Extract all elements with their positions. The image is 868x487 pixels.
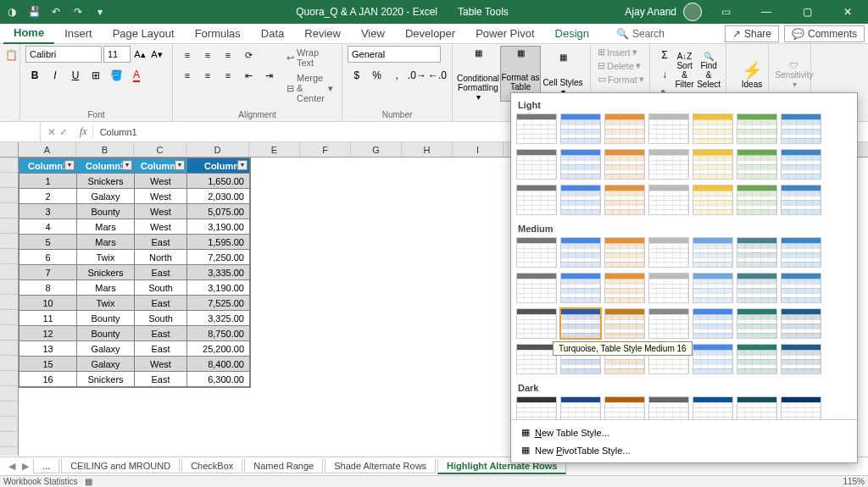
tab-nav-prev[interactable]: ◀ — [5, 461, 19, 472]
table-cell[interactable]: 8 — [19, 280, 77, 296]
column-header[interactable]: G — [351, 142, 402, 157]
table-row[interactable]: 5MarsEast1,595.00 — [19, 235, 250, 250]
merge-center-button[interactable]: ⊟ Merge & Center ▾ — [283, 71, 337, 105]
table-cell[interactable]: South — [135, 280, 187, 296]
font-color-button[interactable]: A — [127, 66, 146, 85]
table-cell[interactable]: West — [135, 204, 187, 219]
table-cell[interactable]: East — [135, 265, 187, 280]
fx-icon[interactable]: fx — [75, 125, 93, 138]
table-style-thumb[interactable] — [604, 149, 645, 180]
tab-developer[interactable]: Developer — [395, 24, 465, 43]
table-style-thumb[interactable] — [516, 185, 557, 215]
table-style-thumb[interactable] — [604, 237, 645, 268]
table-row[interactable]: 13GalaxyEast25,200.00 — [19, 341, 250, 357]
row-header[interactable] — [0, 310, 18, 325]
table-cell[interactable]: Bounty — [77, 204, 135, 219]
table-style-thumb[interactable] — [560, 149, 601, 180]
row-header[interactable] — [0, 264, 18, 279]
table-style-thumb[interactable] — [516, 149, 557, 180]
row-header[interactable] — [0, 447, 18, 456]
row-header[interactable] — [0, 219, 18, 234]
save-icon[interactable]: 💾 — [25, 3, 42, 20]
tab-nav-next[interactable]: ▶ — [19, 461, 32, 472]
table-cell[interactable]: West — [135, 219, 187, 235]
insert-cells-button[interactable]: ⊞ Insert ▾ — [596, 46, 644, 58]
table-cell[interactable]: Mars — [77, 280, 135, 296]
orientation-icon[interactable]: ⟳ — [239, 46, 258, 64]
font-size-select[interactable] — [103, 46, 131, 63]
table-style-thumb[interactable] — [604, 113, 645, 144]
column-header[interactable]: E — [249, 142, 300, 157]
table-style-thumb[interactable] — [737, 308, 777, 339]
table-cell[interactable]: 7 — [19, 265, 77, 280]
table-cell[interactable]: North — [135, 250, 187, 265]
table-cell[interactable]: East — [135, 372, 187, 387]
table-style-thumb[interactable] — [693, 308, 733, 339]
table-cell[interactable]: 5,075.00 — [187, 204, 250, 219]
table-style-thumb[interactable] — [516, 308, 557, 339]
table-style-thumb[interactable] — [560, 237, 601, 268]
table-row[interactable]: 10TwixEast7,525.00 — [19, 296, 250, 311]
table-style-thumb[interactable] — [693, 113, 733, 144]
minimize-icon[interactable]: — — [749, 0, 783, 24]
workbook-stats[interactable]: Workbook Statistics — [3, 477, 78, 486]
table-cell[interactable]: 5 — [19, 235, 77, 250]
table-cell[interactable]: Snickers — [77, 265, 135, 280]
name-box[interactable] — [0, 122, 41, 141]
row-header[interactable] — [0, 249, 18, 264]
table-style-thumb[interactable] — [560, 273, 601, 303]
sheet-tab-more[interactable]: ... — [33, 459, 59, 473]
search-box[interactable]: 🔍 Search — [616, 28, 665, 40]
tab-power-pivot[interactable]: Power Pivot — [465, 24, 544, 43]
row-header[interactable] — [0, 401, 18, 417]
table-style-thumb[interactable] — [737, 273, 777, 303]
tab-design[interactable]: Design — [545, 24, 599, 43]
decrease-font-icon[interactable]: A▾ — [149, 46, 164, 63]
table-style-thumb[interactable] — [560, 113, 601, 144]
table-cell[interactable]: 1,650.00 — [187, 174, 250, 189]
table-style-thumb[interactable] — [781, 237, 821, 268]
align-center-icon[interactable]: ≡ — [198, 66, 217, 85]
increase-font-icon[interactable]: A▴ — [132, 46, 147, 63]
conditional-formatting-button[interactable]: ▦ Conditional Formatting ▾ — [458, 46, 498, 102]
indent-inc-icon[interactable]: ⇥ — [259, 66, 278, 85]
sheet-tab-shade[interactable]: Shade Alternate Rows — [325, 459, 436, 473]
sheet-tab-named-range[interactable]: Named Range — [244, 459, 323, 473]
table-style-thumb[interactable] — [693, 185, 733, 215]
table-cell[interactable]: 12 — [19, 326, 77, 341]
table-row[interactable]: 16SnickersEast6,300.00 — [19, 372, 250, 387]
table-cell[interactable]: Galaxy — [77, 357, 135, 372]
table-cell[interactable]: 13 — [19, 341, 77, 357]
column-header[interactable]: B — [76, 142, 134, 157]
tab-page-layout[interactable]: Page Layout — [103, 24, 185, 43]
comments-button[interactable]: 💬Comments — [784, 25, 865, 42]
table-cell[interactable]: 2,030.00 — [187, 189, 250, 204]
table-cell[interactable]: 4 — [19, 219, 77, 235]
font-name-select[interactable] — [25, 46, 102, 63]
table-cell[interactable]: Twix — [77, 250, 135, 265]
table-style-thumb[interactable] — [781, 273, 821, 303]
wrap-text-button[interactable]: ↩ Wrap Text — [283, 46, 337, 69]
zoom-level[interactable]: 115% — [843, 477, 865, 486]
fill-icon[interactable]: ↓ — [655, 65, 674, 84]
align-bottom-icon[interactable]: ≡ — [219, 46, 237, 64]
sheet-tab-checkbox[interactable]: CheckBox — [181, 459, 242, 473]
filter-dropdown-icon[interactable]: ▼ — [122, 160, 132, 170]
column-header[interactable]: I — [453, 142, 504, 157]
table-cell[interactable]: Bounty — [77, 311, 135, 326]
undo-icon[interactable]: ↶ — [47, 3, 64, 20]
table-header-cell[interactable]: Column4▼ — [187, 158, 250, 174]
table-row[interactable]: 3BountyWest5,075.00 — [19, 204, 250, 219]
table-cell[interactable]: West — [135, 174, 187, 189]
table-cell[interactable]: Snickers — [77, 174, 135, 189]
column-header[interactable]: D — [186, 142, 249, 157]
table-style-thumb[interactable] — [604, 308, 645, 339]
new-pivot-style-button[interactable]: ▦ New PivotTable Style... — [515, 441, 854, 459]
table-style-thumb[interactable] — [737, 396, 777, 419]
row-header[interactable] — [0, 158, 18, 173]
tab-formulas[interactable]: Formulas — [185, 24, 251, 43]
table-cell[interactable]: East — [135, 296, 187, 311]
table-cell[interactable]: 1,595.00 — [187, 235, 250, 250]
qa-more-icon[interactable]: ▾ — [92, 3, 108, 20]
decrease-decimal-icon[interactable]: ←.0 — [428, 66, 447, 85]
